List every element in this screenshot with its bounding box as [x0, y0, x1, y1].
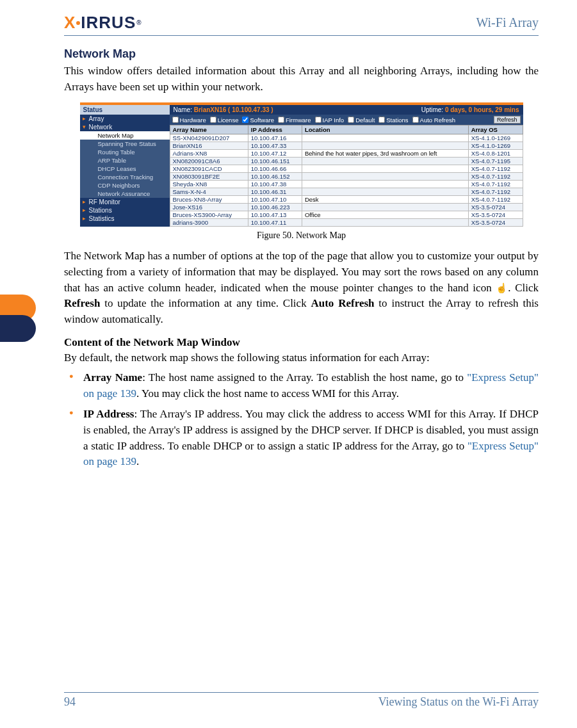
- cell-os: XS-3.5-0724: [468, 219, 523, 227]
- ss-sub-network-map[interactable]: Network Map: [80, 131, 170, 140]
- cell-ip[interactable]: 10.100.47.11: [248, 219, 302, 227]
- table-row: Sheyda-XN810.100.47.38XS-4.0.7-1192: [170, 181, 523, 188]
- cell-array-name[interactable]: Sheyda-XN8: [170, 181, 248, 188]
- cell-os: XS-4.1.0-1269: [468, 142, 523, 150]
- filter-checkbox-hardware[interactable]: [172, 117, 179, 123]
- filter-stations[interactable]: Stations: [378, 117, 408, 124]
- cell-location: [302, 142, 468, 150]
- ss-sub-spanning[interactable]: Spanning Tree Status: [80, 140, 170, 148]
- ss-uptime-value: 0 days, 0 hours, 29 mins: [445, 106, 519, 113]
- filter-hardware[interactable]: Hardware: [172, 117, 206, 124]
- b2-label: IP Address: [83, 408, 134, 420]
- ss-sidebar: Status Array Network Network Map Spannin…: [80, 105, 170, 227]
- ss-side-network[interactable]: Network: [80, 123, 170, 131]
- bullet-ip-address: IP Address: The Array's IP address. You …: [83, 407, 539, 470]
- cell-os: XS-4.0.7-1192: [468, 173, 523, 181]
- ss-sub-cdp[interactable]: CDP Neighbors: [80, 181, 170, 190]
- cell-array-name[interactable]: Sams-X-N-4: [170, 188, 248, 196]
- footer-title: Viewing Status on the Wi-Fi Array: [378, 695, 539, 709]
- refresh-button[interactable]: Refresh: [494, 116, 521, 124]
- filter-iap-info[interactable]: IAP Info: [315, 117, 345, 124]
- cell-ip[interactable]: 10.100.46.66: [248, 165, 302, 173]
- cell-ip[interactable]: 10.100.46.151: [248, 158, 302, 165]
- cell-ip[interactable]: 10.100.47.12: [248, 150, 302, 158]
- col-array-name[interactable]: Array Name: [170, 125, 248, 134]
- cell-array-name[interactable]: BrianXN16: [170, 142, 248, 150]
- filter-license[interactable]: License: [210, 117, 239, 124]
- table-row: Sams-X-N-410.100.46.31XS-4.0.7-1192: [170, 188, 523, 196]
- ss-sub-assurance[interactable]: Network Assurance: [80, 190, 170, 198]
- cell-array-name[interactable]: Bruces-XS3900-Array: [170, 211, 248, 219]
- ss-sub-conn[interactable]: Connection Tracking: [80, 173, 170, 181]
- ss-table: Array Name IP Address Location Array OS …: [170, 125, 523, 227]
- cell-os: XS-3.5-0724: [468, 204, 523, 211]
- b2-b: .: [136, 455, 139, 467]
- filter-checkbox-default[interactable]: [348, 117, 354, 123]
- table-row: Bruces-XS3900-Array10.100.47.13OfficeXS-…: [170, 211, 523, 219]
- ss-side-stations[interactable]: Stations: [80, 206, 170, 214]
- ss-uptime-label: Uptime:: [421, 106, 443, 113]
- cell-location: [302, 188, 468, 196]
- cell-os: XS-4.0.7-1192: [468, 181, 523, 188]
- cell-ip[interactable]: 10.100.47.16: [248, 134, 302, 142]
- b1-a: : The host name assigned to the Array. T…: [142, 371, 467, 384]
- cell-location: [302, 181, 468, 188]
- cell-array-name[interactable]: XN0820091C8A6: [170, 158, 248, 165]
- para2-auto: Auto Refresh: [311, 297, 374, 309]
- filter-software[interactable]: Software: [242, 117, 274, 124]
- cell-location: Desk: [302, 196, 468, 204]
- ss-side-statistics[interactable]: Statistics: [80, 214, 170, 223]
- cell-ip[interactable]: 10.100.47.13: [248, 211, 302, 219]
- col-location[interactable]: Location: [302, 125, 468, 134]
- cell-array-name[interactable]: Jose-XS16: [170, 204, 248, 211]
- col-os[interactable]: Array OS: [468, 125, 523, 134]
- table-row: XN0823091CACD10.100.46.66XS-4.0.7-1192: [170, 165, 523, 173]
- filter-firmware[interactable]: Firmware: [278, 117, 311, 124]
- ss-sidebar-header: Status: [80, 105, 170, 115]
- figure-caption: Figure 50. Network Map: [64, 231, 539, 241]
- cell-array-name[interactable]: XN0803091BF2E: [170, 173, 248, 181]
- logo-rest: IRRUS: [81, 13, 136, 33]
- filter-checkbox-software[interactable]: [242, 117, 248, 123]
- cell-ip[interactable]: 10.100.47.38: [248, 181, 302, 188]
- ss-sub-routing[interactable]: Routing Table: [80, 148, 170, 156]
- b1-b: . You may click the host name to access …: [136, 387, 399, 400]
- cell-array-name[interactable]: Adrians-XN8: [170, 150, 248, 158]
- cell-ip[interactable]: 10.100.47.10: [248, 196, 302, 204]
- ss-side-array[interactable]: Array: [80, 115, 170, 123]
- filter-default[interactable]: Default: [348, 117, 375, 124]
- cell-array-name[interactable]: SS-XN0429091D207: [170, 134, 248, 142]
- table-row: Jose-XS1610.100.46.223XS-3.5-0724: [170, 204, 523, 211]
- cell-array-name[interactable]: Bruces-XN8-Array: [170, 196, 248, 204]
- filter-checkbox-auto-refresh[interactable]: [412, 117, 419, 123]
- ss-sub-dhcp[interactable]: DHCP Leases: [80, 165, 170, 173]
- cell-array-name[interactable]: adrians-3900: [170, 219, 248, 227]
- intro-paragraph: This window offers detailed information …: [64, 63, 539, 95]
- ss-sub-arp[interactable]: ARP Table: [80, 156, 170, 165]
- filter-checkbox-firmware[interactable]: [278, 117, 284, 123]
- filter-checkbox-stations[interactable]: [378, 117, 385, 123]
- ss-side-rf[interactable]: RF Monitor: [80, 198, 170, 206]
- filter-checkbox-iap-info[interactable]: [315, 117, 321, 123]
- col-ip[interactable]: IP Address: [248, 125, 302, 134]
- cell-os: XS-4.0.8-1201: [468, 150, 523, 158]
- ss-titlebar: Name: BrianXN16 ( 10.100.47.33 ) Uptime:…: [170, 105, 523, 115]
- filter-auto-refresh[interactable]: Auto Refresh: [412, 117, 455, 124]
- cell-location: [302, 165, 468, 173]
- header-rule: [64, 35, 539, 36]
- b1-label: Array Name: [83, 371, 142, 384]
- cell-location: Office: [302, 211, 468, 219]
- cell-os: XS-3.5-0724: [468, 211, 523, 219]
- cell-ip[interactable]: 10.100.46.223: [248, 204, 302, 211]
- bullet-list: Array Name: The host name assigned to th…: [64, 370, 539, 470]
- filter-checkbox-license[interactable]: [210, 117, 216, 123]
- xirrus-logo: XIRRUS®: [64, 13, 142, 33]
- cell-ip[interactable]: 10.100.47.33: [248, 142, 302, 150]
- para2-a: The Network Map has a number of options …: [64, 250, 539, 293]
- cell-location: Behind the hot water pipes, 3rd washroom…: [302, 150, 468, 158]
- page-number: 94: [64, 695, 76, 709]
- logo-x: X: [64, 13, 76, 33]
- cell-array-name[interactable]: XN0823091CACD: [170, 165, 248, 173]
- cell-ip[interactable]: 10.100.46.152: [248, 173, 302, 181]
- cell-ip[interactable]: 10.100.46.31: [248, 188, 302, 196]
